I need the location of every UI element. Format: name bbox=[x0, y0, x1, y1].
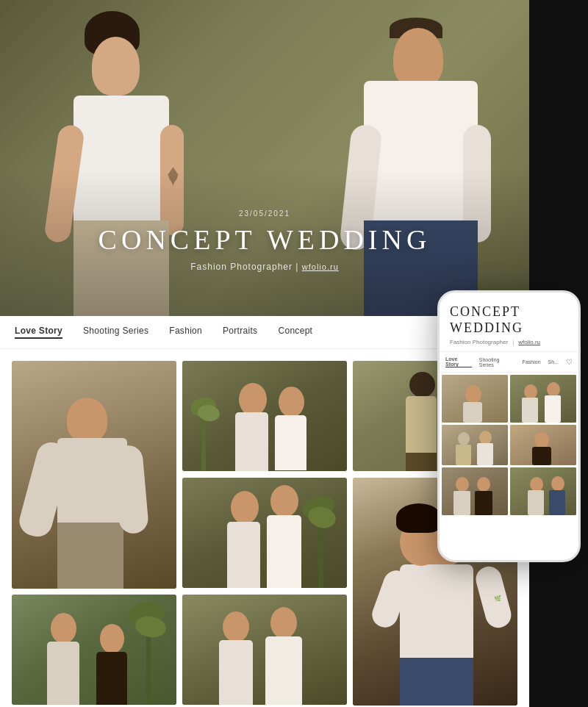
mobile-nav-more[interactable]: Sh... bbox=[548, 359, 559, 365]
mobile-nav-love-story[interactable]: Love Story bbox=[445, 356, 472, 367]
nav-link-love-story[interactable]: Love Story bbox=[15, 326, 62, 339]
photo-cell-1[interactable] bbox=[12, 361, 176, 589]
photo-cell-6[interactable] bbox=[12, 595, 176, 705]
nav-link-fashion[interactable]: Fashion bbox=[169, 326, 202, 339]
mobile-photo-3[interactable] bbox=[442, 425, 508, 465]
mobile-title-line1: CONCEPT bbox=[450, 304, 520, 319]
nav-link-portraits[interactable]: Portraits bbox=[223, 326, 257, 339]
photo-cell-4[interactable] bbox=[182, 478, 347, 588]
nav-link-shooting-series[interactable]: Shooting Series bbox=[83, 326, 148, 339]
photo-cell-2[interactable] bbox=[182, 361, 347, 471]
mobile-separator: | bbox=[512, 339, 514, 345]
mobile-mockup: CONCEPT WEDDING Fashion Photographer | w… bbox=[437, 290, 581, 562]
mobile-photo-2[interactable] bbox=[510, 375, 576, 423]
mobile-heart-icon[interactable]: ♡ bbox=[566, 358, 573, 366]
mobile-subtitle-row: Fashion Photographer | wfolio.ru bbox=[450, 339, 568, 345]
mobile-photo-6[interactable] bbox=[510, 467, 576, 515]
mobile-link[interactable]: wfolio.ru bbox=[518, 339, 540, 345]
photo-cell-7[interactable] bbox=[182, 595, 347, 705]
head-woman bbox=[92, 37, 140, 96]
nav-link-concept[interactable]: Concept bbox=[278, 326, 312, 339]
mobile-photo-5[interactable] bbox=[442, 467, 508, 515]
mobile-title: CONCEPT WEDDING bbox=[450, 304, 568, 336]
hero-subtitle-text: Fashion Photographer bbox=[190, 262, 293, 272]
hero-title: CONCEPT WEDDING bbox=[98, 223, 431, 256]
mobile-nav: Love Story Shooting Series Fashion Sh...… bbox=[440, 352, 578, 373]
hero-section: 23/05/2021 CONCEPT WEDDING Fashion Photo… bbox=[0, 0, 529, 316]
nav-links: Love Story Shooting Series Fashion Portr… bbox=[15, 326, 459, 339]
mobile-photo-grid bbox=[440, 373, 578, 517]
hero-subtitle: Fashion Photographer | wfolio.ru bbox=[98, 262, 431, 272]
mobile-title-line2: WEDDING bbox=[450, 320, 523, 335]
head-man bbox=[393, 28, 443, 88]
hero-text-block: 23/05/2021 CONCEPT WEDDING Fashion Photo… bbox=[98, 209, 431, 272]
mobile-photo-4[interactable] bbox=[510, 425, 576, 465]
mobile-nav-shooting-series[interactable]: Shooting Series bbox=[479, 357, 515, 367]
mobile-nav-fashion[interactable]: Fashion bbox=[523, 359, 541, 365]
mobile-photographer-label: Fashion Photographer bbox=[450, 339, 508, 345]
hero-subtitle-separator: | bbox=[295, 262, 298, 272]
mobile-header: CONCEPT WEDDING Fashion Photographer | w… bbox=[440, 293, 578, 352]
hero-date: 23/05/2021 bbox=[98, 209, 431, 218]
mobile-photo-1[interactable] bbox=[442, 375, 508, 423]
hero-subtitle-link[interactable]: wfolio.ru bbox=[302, 262, 339, 271]
